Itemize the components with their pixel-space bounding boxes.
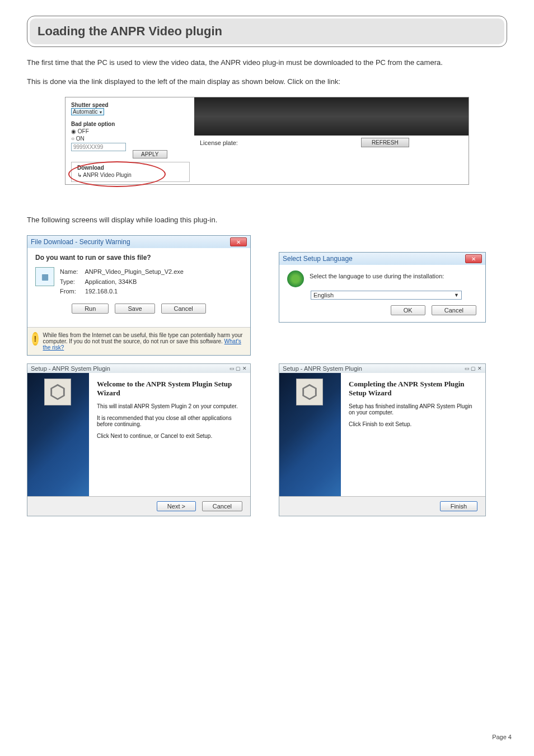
from-key: From: bbox=[60, 287, 83, 297]
wizard-sidebar-graphic bbox=[279, 373, 341, 496]
language-dialog-title: Select Setup Language bbox=[283, 255, 353, 263]
warning-text: While files from the Internet can be use… bbox=[43, 332, 246, 351]
setup-title: Setup - ANPR System Plugin bbox=[283, 365, 362, 372]
type-key: Type: bbox=[60, 277, 83, 287]
shutter-speed-select[interactable]: Automatic bbox=[71, 108, 104, 115]
file-download-title: File Download - Security Warning bbox=[31, 238, 130, 246]
application-file-icon: ▦ bbox=[35, 267, 54, 286]
window-controls[interactable]: ▭ ▢ ✕ bbox=[229, 366, 247, 371]
save-button[interactable]: Save bbox=[115, 304, 154, 314]
globe-icon bbox=[287, 270, 304, 287]
language-dialog: Select Setup Language ✕ Select the langu… bbox=[279, 252, 486, 323]
bad-plate-label: Bad plate option bbox=[71, 121, 190, 127]
refresh-button[interactable]: REFRESH bbox=[361, 138, 409, 147]
page-title: Loading the ANPR Video plugin bbox=[30, 18, 504, 44]
language-message: Select the language to use during the in… bbox=[310, 270, 444, 279]
type-value: Application, 334KB bbox=[85, 278, 137, 285]
video-preview bbox=[194, 97, 469, 136]
download-section-label: Download bbox=[77, 165, 186, 171]
setup-wizard-welcome: Setup - ANPR System Plugin ▭ ▢ ✕ Welcome… bbox=[27, 363, 251, 516]
name-value: ANPR_Video_Plugin_Setup_V2.exe bbox=[85, 268, 184, 275]
wizard-line-2: Click Finish to exit Setup. bbox=[349, 421, 477, 427]
wizard-heading: Welcome to the ANPR System Plugin Setup … bbox=[97, 380, 242, 398]
bad-plate-on-radio[interactable]: ○ ON bbox=[71, 136, 190, 142]
package-icon bbox=[296, 379, 323, 405]
setup-title: Setup - ANPR System Plugin bbox=[31, 365, 110, 372]
package-icon bbox=[44, 379, 71, 405]
wizard-heading: Completing the ANPR System Plugin Setup … bbox=[349, 380, 477, 398]
name-key: Name: bbox=[60, 267, 83, 277]
intro-paragraph-2: This is done via the link displayed to t… bbox=[27, 76, 507, 87]
wizard-line-1: Setup has finished installing ANPR Syste… bbox=[349, 403, 477, 416]
download-question: Do you want to run or save this file? bbox=[35, 254, 242, 262]
wizard-line-1: This will install ANPR System Plugin 2 o… bbox=[97, 403, 242, 409]
close-icon[interactable]: ✕ bbox=[465, 254, 482, 263]
warning-shield-icon: ! bbox=[32, 332, 39, 346]
file-download-dialog: File Download - Security Warning ✕ Do yo… bbox=[27, 235, 251, 356]
chevron-down-icon: ▼ bbox=[454, 292, 459, 298]
ok-button[interactable]: OK bbox=[391, 305, 425, 315]
wizard-line-2: It is recommended that you close all oth… bbox=[97, 415, 242, 427]
from-value: 192.168.0.1 bbox=[85, 288, 118, 295]
intro-paragraph-1: The first time that the PC is used to vi… bbox=[27, 57, 507, 68]
run-button[interactable]: Run bbox=[72, 304, 109, 314]
language-select[interactable]: English▼ bbox=[311, 291, 462, 300]
next-button[interactable]: Next > bbox=[157, 501, 196, 511]
anpr-plugin-link[interactable]: ANPR Video Plugin bbox=[83, 172, 132, 178]
camera-ui-screenshot: Shutter speed Automatic Bad plate option… bbox=[65, 97, 469, 185]
wizard-sidebar-graphic bbox=[27, 373, 89, 496]
license-plate-label: License plate: bbox=[200, 139, 238, 146]
bad-plate-off-radio[interactable]: ◉ OFF bbox=[71, 128, 190, 134]
wizard-line-3: Click Next to continue, or Cancel to exi… bbox=[97, 433, 242, 439]
setup-wizard-complete: Setup - ANPR System Plugin ▭ ▢ ✕ Complet… bbox=[279, 363, 486, 516]
finish-button[interactable]: Finish bbox=[440, 501, 477, 511]
cancel-button[interactable]: Cancel bbox=[161, 304, 206, 314]
page-number: Page 4 bbox=[492, 734, 512, 740]
cancel-button[interactable]: Cancel bbox=[202, 501, 242, 511]
shutter-speed-label: Shutter speed bbox=[71, 102, 190, 108]
window-controls[interactable]: ▭ ▢ ✕ bbox=[465, 366, 482, 371]
heading-frame: Loading the ANPR Video plugin bbox=[27, 16, 507, 47]
apply-button[interactable]: APPLY bbox=[133, 150, 167, 158]
cancel-button[interactable]: Cancel bbox=[432, 305, 476, 315]
mid-paragraph: The following screens will display while… bbox=[27, 216, 507, 224]
close-icon[interactable]: ✕ bbox=[230, 237, 247, 246]
plate-pattern-input[interactable]: 9999XXX99 bbox=[71, 143, 126, 151]
